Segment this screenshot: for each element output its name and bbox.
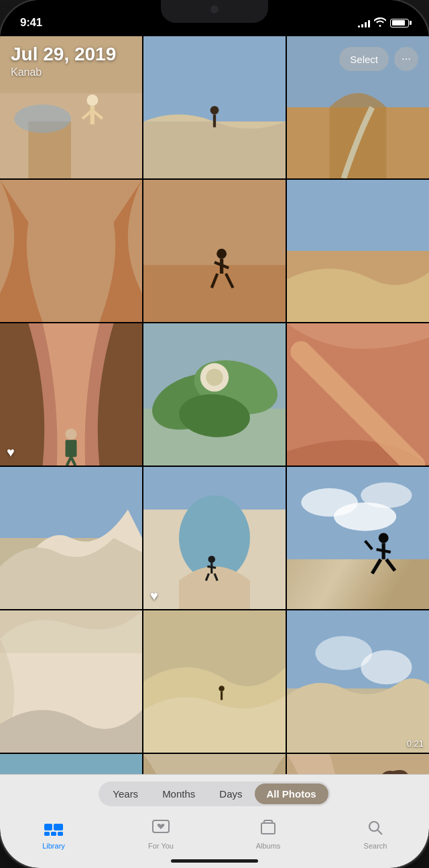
- svg-point-25: [66, 429, 77, 440]
- photo-cell-14[interactable]: [143, 610, 286, 753]
- svg-point-35: [206, 369, 223, 386]
- nav-tab-search-label: Search: [364, 842, 387, 850]
- svg-rect-9: [143, 121, 286, 178]
- svg-point-42: [208, 556, 215, 563]
- duration-badge-15: 0:21: [407, 739, 424, 749]
- photo-cell-4[interactable]: [0, 180, 142, 322]
- svg-rect-77: [58, 832, 63, 836]
- status-icons: [358, 17, 409, 29]
- signal-bar-4: [368, 20, 370, 28]
- photo-cell-5[interactable]: [143, 180, 286, 322]
- svg-rect-79: [261, 823, 275, 834]
- photo-cell-15[interactable]: 0:21: [287, 610, 429, 753]
- status-time: 9:41: [20, 16, 42, 30]
- svg-rect-16: [143, 265, 286, 322]
- svg-point-51: [334, 502, 396, 531]
- svg-point-52: [379, 533, 389, 543]
- svg-rect-59: [0, 610, 142, 653]
- albums-icon: [259, 820, 277, 840]
- svg-point-3: [14, 105, 71, 133]
- filter-tabs: Years Months Days All Photos: [0, 775, 429, 810]
- notch: [161, 0, 268, 23]
- svg-point-17: [217, 249, 227, 259]
- photo-cell-12[interactable]: [287, 467, 429, 609]
- more-icon: ···: [402, 52, 411, 66]
- heart-icon-7: ♥: [7, 445, 15, 460]
- photo-cell-18[interactable]: [287, 754, 429, 774]
- more-button[interactable]: ···: [394, 47, 418, 71]
- photo-cell-2[interactable]: [143, 36, 286, 178]
- photo-cell-9[interactable]: [287, 323, 429, 466]
- header-buttons: Select ···: [339, 44, 418, 71]
- nav-tab-library-label: Library: [42, 842, 65, 850]
- svg-point-10: [210, 106, 219, 115]
- svg-rect-74: [54, 824, 63, 830]
- for-you-icon: [152, 820, 170, 840]
- filter-tab-months[interactable]: Months: [150, 783, 207, 804]
- signal-bars-icon: [358, 19, 370, 28]
- svg-point-4: [86, 95, 98, 106]
- photo-cell-11[interactable]: ♥: [143, 467, 286, 609]
- photo-cell-10[interactable]: [0, 467, 142, 609]
- photo-cell-7[interactable]: ♥: [0, 323, 142, 466]
- svg-point-66: [315, 636, 372, 670]
- photo-grid: ♥: [0, 36, 429, 774]
- svg-rect-70: [143, 754, 286, 774]
- battery-icon: [390, 19, 409, 28]
- svg-rect-73: [44, 824, 52, 830]
- photo-cell-16[interactable]: [0, 754, 142, 774]
- svg-rect-67: [0, 754, 142, 774]
- heart-icon-11: ♥: [150, 588, 158, 604]
- filter-tab-container: Years Months Days All Photos: [99, 781, 330, 806]
- home-indicator: [171, 859, 258, 863]
- phone-screen: 9:41: [0, 0, 429, 868]
- nav-tab-search[interactable]: Search: [349, 820, 402, 850]
- svg-line-44: [207, 566, 216, 567]
- photo-cell-1[interactable]: [0, 36, 142, 178]
- svg-rect-22: [287, 180, 429, 251]
- svg-rect-48: [287, 559, 429, 609]
- svg-rect-76: [51, 832, 56, 836]
- nav-tab-albums[interactable]: Albums: [241, 820, 295, 850]
- photo-cell-17[interactable]: [143, 754, 286, 774]
- svg-point-80: [369, 822, 379, 831]
- nav-tab-albums-label: Albums: [256, 842, 281, 850]
- wifi-icon: [374, 17, 386, 29]
- filter-tab-all-photos[interactable]: All Photos: [255, 783, 328, 804]
- signal-bar-1: [358, 25, 360, 28]
- photo-cell-8[interactable]: [143, 323, 286, 466]
- front-camera: [210, 5, 219, 13]
- phone-frame: 9:41: [0, 0, 429, 868]
- battery-fill: [392, 20, 406, 25]
- svg-rect-26: [66, 440, 77, 457]
- nav-tab-for-you[interactable]: For You: [134, 820, 188, 850]
- photo-grid-container: ♥: [0, 36, 429, 774]
- svg-rect-75: [44, 832, 50, 836]
- library-icon: [44, 820, 63, 840]
- select-button[interactable]: Select: [339, 47, 389, 71]
- photo-cell-6[interactable]: [287, 180, 429, 322]
- search-icon: [367, 820, 383, 840]
- svg-line-81: [378, 830, 383, 834]
- svg-point-61: [219, 686, 224, 691]
- filter-tab-years[interactable]: Years: [101, 783, 150, 804]
- signal-bar-2: [361, 24, 363, 28]
- photo-cell-13[interactable]: [0, 610, 142, 753]
- tab-bar: Years Months Days All Photos: [0, 774, 429, 868]
- nav-tab-for-you-label: For You: [148, 842, 174, 850]
- signal-bar-3: [365, 22, 367, 28]
- filter-tab-days[interactable]: Days: [207, 783, 254, 804]
- nav-tab-library[interactable]: Library: [27, 820, 80, 850]
